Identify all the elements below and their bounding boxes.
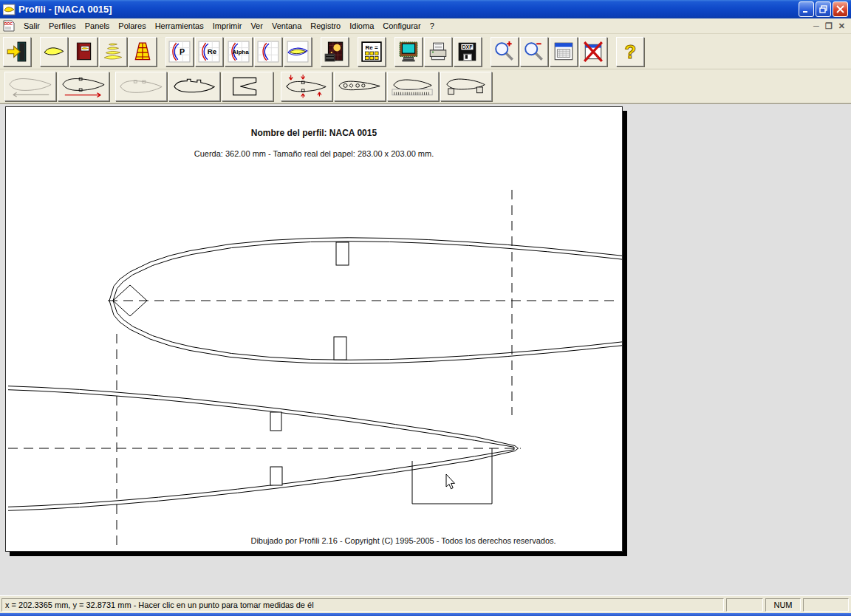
svg-text:DOC: DOC [4,21,13,26]
svg-text:?: ? [625,41,637,61]
close-button[interactable] [833,1,848,17]
airfoil-compare-button[interactable] [284,37,312,66]
rib-holes-icon [337,75,383,98]
airfoil-stack-button[interactable] [99,37,127,66]
polar-alpha-icon: Alpha [228,41,250,63]
menu-panels[interactable]: Panels [81,19,115,32]
app-icon [3,4,16,16]
rib-measure-button[interactable] [281,72,332,101]
analysis-button[interactable] [321,37,349,66]
rib-move-left-button[interactable] [4,72,56,101]
svg-text:Re =: Re = [365,44,377,50]
rib-holes-button[interactable] [334,72,386,101]
rib-tabs-icon [443,75,489,98]
re-calculator-button[interactable]: Re = [358,37,386,66]
print-icon [427,41,449,63]
wing-plan-icon [131,41,154,63]
airfoil-icon [43,41,65,63]
rib-measure-icon [284,74,329,99]
menu-configurar[interactable]: Configurar [378,19,425,32]
mdi-close-icon[interactable]: ✕ [838,22,845,30]
dxf-export-button[interactable]: DXF [454,37,482,66]
rib-tabs-button[interactable] [440,72,492,101]
menu-idioma[interactable]: Idioma [345,19,378,32]
title-bar: Profili - [NACA 0015] [0,0,851,18]
document-icon: DOC [2,20,16,32]
menu-help[interactable]: ? [426,19,439,32]
polar-re-button[interactable]: Re [195,37,223,66]
zoom-in-button[interactable] [491,37,519,66]
mdi-minimize-icon[interactable]: ─ [813,22,819,30]
restore-icon [819,5,827,13]
svg-text:Alpha: Alpha [232,49,249,55]
print-button[interactable] [424,37,452,66]
exit-icon [6,41,28,63]
window-bottom-border [0,613,851,616]
polar-curve-icon [257,41,279,63]
menu-bar: DOC Salir Perfiles Panels Polares Herram… [0,18,851,34]
menu-ventana[interactable]: Ventana [267,19,306,32]
airfoil-database-button[interactable] [69,37,98,66]
menu-polares[interactable]: Polares [114,19,150,32]
polar-p-icon: P [168,41,191,63]
airfoil-stack-icon [102,41,124,63]
numlock-indicator: NUM [765,598,801,612]
rib-drawing [6,107,622,551]
print-preview-page[interactable]: Nombre del perfil: NACA 0015 Cuerda: 362… [5,106,623,552]
analysis-icon [324,41,346,63]
restore-button[interactable] [816,1,831,17]
minimize-icon [802,5,810,13]
airfoil-manage-button[interactable] [40,37,68,66]
polar-re-icon: Re [198,41,220,63]
menu-salir[interactable]: Salir [19,19,44,32]
window-title: Profili - [NACA 0015] [18,4,799,15]
minimize-button[interactable] [799,1,814,17]
exit-button[interactable] [3,37,31,66]
svg-text:Re: Re [208,47,217,55]
rib-move-right-button[interactable] [58,72,109,101]
svg-text:P: P [180,47,185,56]
rib-plain-icon [118,75,164,98]
rib-notched-icon [171,75,217,98]
menu-registro[interactable]: Registro [306,19,345,32]
wing-plan-button[interactable] [129,37,157,66]
polar-alpha-button[interactable]: Alpha [225,37,253,66]
close-window-button[interactable] [579,37,607,66]
rib-move-left-icon [7,75,53,98]
screen-view-button[interactable] [394,37,423,66]
mouse-cursor-icon [446,474,455,489]
zoom-out-button[interactable] [520,37,548,66]
close-icon [836,5,844,13]
airfoil-compare-icon [287,41,309,63]
window-view-button[interactable] [550,37,578,66]
status-message: x = 202.3365 mm, y = 32.8731 mm - Hacer … [1,598,724,612]
rib-template-icon [225,75,270,98]
menu-herramientas[interactable]: Herramientas [151,19,208,32]
menu-perfiles[interactable]: Perfiles [44,19,81,32]
main-toolbar: P Re Alpha [0,34,851,69]
dxf-export-icon: DXF [457,41,479,63]
menu-ver[interactable]: Ver [246,19,267,32]
screen-view-icon [397,41,420,63]
menu-imprimir[interactable]: Imprimir [208,19,247,32]
rib-ruler-button[interactable] [387,72,439,101]
status-bar: x = 202.3365 mm, y = 32.8731 mm - Hacer … [0,595,851,613]
rib-notched-button[interactable] [168,72,220,101]
rib-move-right-icon [61,75,106,98]
close-window-icon [582,41,604,63]
rib-toolbar [0,69,851,103]
drawing-area[interactable]: Nombre del perfil: NACA 0015 Cuerda: 362… [0,103,851,595]
zoom-in-icon [493,41,516,63]
polar-curve-button[interactable] [254,37,282,66]
rib-template-button[interactable] [222,72,273,101]
help-button[interactable]: ? [616,37,644,66]
status-panel-empty-2 [803,598,849,612]
zoom-out-icon [523,41,545,63]
polar-p-button[interactable]: P [165,37,194,66]
help-icon: ? [619,41,641,63]
mdi-restore-icon[interactable]: ❐ [825,22,833,30]
window-icon [553,41,575,63]
rib-plain-button[interactable] [115,72,167,101]
rib-ruler-icon [390,75,436,98]
status-panel-empty-1 [726,598,763,612]
